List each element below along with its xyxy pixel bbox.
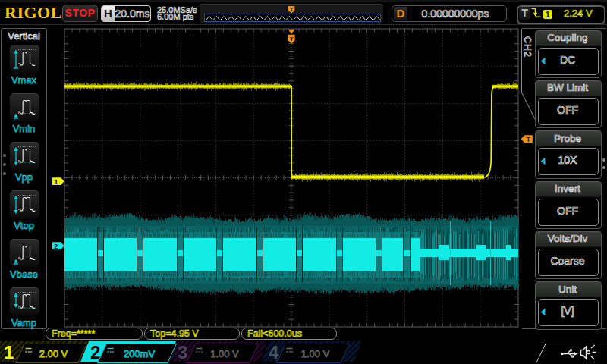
svg-text:T: T [290, 36, 294, 42]
svg-text:T: T [290, 7, 294, 12]
svg-text:1: 1 [54, 177, 58, 186]
svg-text:2: 2 [54, 242, 58, 250]
